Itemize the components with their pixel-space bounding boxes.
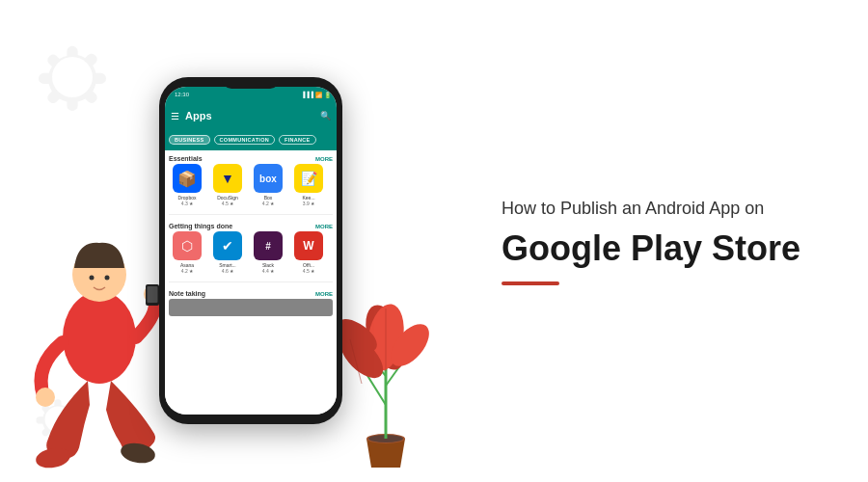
battery-icon: 🔋: [324, 92, 331, 98]
app-slack: # Slack 4.4 ★: [250, 231, 286, 274]
gtd-header: Getting things done MORE: [169, 223, 333, 229]
app-office: W Offi... 4.5 ★: [290, 231, 327, 274]
docusign-icon: ▼: [213, 164, 242, 193]
asana-icon: ⬡: [173, 231, 202, 260]
note-taking-apps-placeholder: [169, 299, 333, 316]
essentials-title: Essentials: [169, 155, 203, 162]
box-rating: 4.2 ★: [262, 201, 274, 206]
divider-1: [169, 214, 333, 215]
tab-communication[interactable]: COMMUNICATION: [214, 135, 275, 145]
box-icon: box: [254, 164, 283, 193]
essentials-section: Essentials MORE 📦 Dropbox 4.3 ★ ▼: [169, 155, 333, 206]
getting-things-done-section: Getting things done MORE ⬡ Asana 4.2 ★ ✔: [169, 223, 333, 274]
office-icon: W: [294, 231, 323, 260]
status-icons: ▐▐▐ 📶 🔋: [301, 92, 331, 98]
wifi-icon: 📶: [315, 92, 322, 98]
app-dropbox: 📦 Dropbox 4.3 ★: [169, 164, 205, 206]
keep-rating: 3.9 ★: [303, 201, 314, 206]
svg-point-2: [90, 276, 95, 281]
subtitle-text: How to Publish an Android App on: [502, 197, 829, 221]
note-taking-section: Note taking MORE: [169, 290, 333, 316]
right-section: How to Publish an Android App on Google …: [482, 0, 868, 482]
svg-point-0: [63, 291, 136, 384]
gtd-title: Getting things done: [169, 223, 232, 229]
svg-point-3: [105, 276, 110, 281]
divider-2: [169, 281, 333, 282]
phone-notch: [222, 77, 280, 89]
app-box: box Box 4.2 ★: [250, 164, 286, 206]
app-smartsheet: ✔ Smart... 4.6 ★: [209, 231, 246, 274]
svg-rect-6: [148, 286, 158, 303]
search-icon[interactable]: 🔍: [320, 111, 331, 120]
app-bar: ☰ Apps 🔍: [165, 102, 337, 129]
gtd-more[interactable]: MORE: [315, 224, 333, 229]
phone-mockup: 12:30 ▐▐▐ 📶 🔋 ☰ Apps 🔍 BUSINESS C: [159, 77, 342, 424]
left-section: 12:30 ▐▐▐ 📶 🔋 ☰ Apps 🔍 BUSINESS C: [0, 0, 444, 482]
dropbox-rating: 4.3 ★: [181, 201, 193, 206]
note-taking-header: Note taking MORE: [169, 290, 333, 297]
app-docusign: ▼ DocuSign 4.5 ★: [209, 164, 246, 206]
gtd-app-row: ⬡ Asana 4.2 ★ ✔ Smart... 4.6 ★ #: [169, 231, 333, 274]
title-underline: [502, 281, 559, 285]
keep-icon: 📝: [294, 164, 323, 193]
app-asana: ⬡ Asana 4.2 ★: [169, 231, 205, 274]
screen-content: Essentials MORE 📦 Dropbox 4.3 ★ ▼: [165, 150, 337, 415]
phone-screen: 12:30 ▐▐▐ 📶 🔋 ☰ Apps 🔍 BUSINESS C: [165, 87, 337, 415]
note-taking-title: Note taking: [169, 290, 205, 297]
tab-business[interactable]: BUSINESS: [169, 135, 210, 145]
plant-illustration: [342, 289, 429, 482]
tab-finance[interactable]: FINANCE: [279, 135, 316, 145]
status-time: 12:30: [175, 92, 189, 97]
asana-rating: 4.2 ★: [181, 268, 193, 274]
phone-body: 12:30 ▐▐▐ 📶 🔋 ☰ Apps 🔍 BUSINESS C: [159, 77, 342, 424]
svg-point-7: [36, 388, 55, 407]
smartsheet-rating: 4.6 ★: [222, 268, 233, 274]
status-bar: 12:30 ▐▐▐ 📶 🔋: [165, 87, 337, 102]
office-rating: 4.5 ★: [303, 268, 314, 274]
slack-icon: #: [254, 231, 283, 260]
hamburger-icon[interactable]: ☰: [171, 111, 179, 121]
gear-bg-topleft: [5, 10, 140, 145]
dropbox-icon: 📦: [173, 164, 202, 193]
signal-icon: ▐▐▐: [301, 92, 313, 97]
docusign-rating: 4.5 ★: [222, 201, 233, 206]
essentials-header: Essentials MORE: [169, 155, 333, 162]
essentials-more[interactable]: MORE: [315, 156, 333, 162]
app-keep: 📝 Kee... 3.9 ★: [290, 164, 327, 206]
note-taking-more[interactable]: MORE: [315, 291, 333, 297]
essentials-app-row: 📦 Dropbox 4.3 ★ ▼ DocuSign 4.5 ★ box: [169, 164, 333, 206]
note-taking-app-row: [169, 299, 333, 316]
app-bar-title: Apps: [185, 110, 314, 121]
smartsheet-icon: ✔: [213, 231, 242, 260]
slack-rating: 4.4 ★: [262, 268, 274, 274]
category-tabs: BUSINESS COMMUNICATION FINANCE: [165, 129, 337, 150]
person-illustration: [14, 135, 183, 482]
main-title: Google Play Store: [502, 228, 829, 268]
